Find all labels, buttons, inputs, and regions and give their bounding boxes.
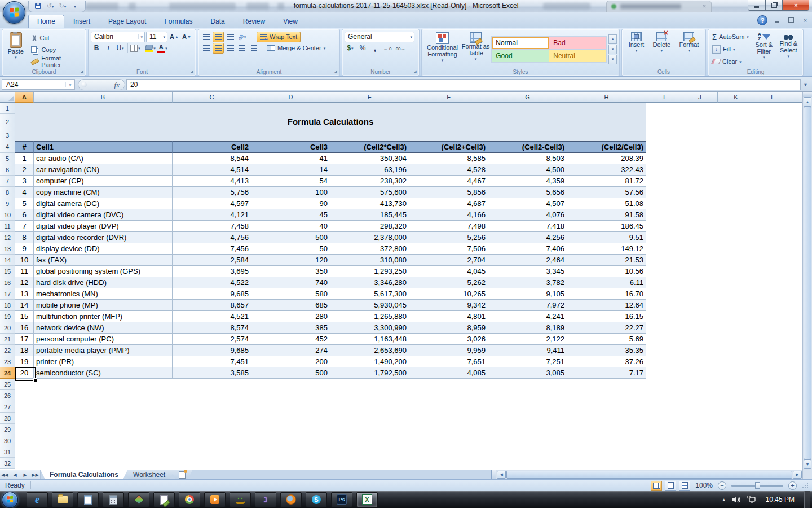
restore-button[interactable] [765, 0, 783, 11]
cell-A12[interactable]: 8 [15, 232, 34, 243]
cell-H13[interactable]: 149.12 [567, 243, 646, 255]
gallery-up-button[interactable]: ▲ [608, 34, 617, 44]
fill-button[interactable]: Fill [710, 43, 752, 55]
minimize-button[interactable] [748, 0, 765, 11]
cell-B20[interactable]: network device (NW) [34, 322, 173, 334]
cell-A24[interactable]: 20 [15, 367, 34, 379]
row-header-7[interactable]: 7 [0, 176, 15, 187]
cell-A21[interactable]: 17 [15, 334, 34, 345]
comma-style-button[interactable] [369, 43, 381, 54]
cell-A20[interactable]: 16 [15, 322, 34, 334]
name-box-dropdown-icon[interactable] [65, 82, 74, 87]
normal-view-button[interactable] [651, 481, 662, 491]
row-header-27[interactable]: 27 [0, 401, 15, 413]
cell-C16[interactable]: 4,522 [173, 277, 251, 288]
workbook-restore-button[interactable] [787, 17, 796, 24]
cell-G5[interactable]: 8,503 [488, 153, 567, 164]
column-header-I[interactable]: I [646, 92, 682, 103]
italic-button[interactable] [103, 43, 114, 54]
zoom-out-button[interactable]: − [718, 481, 726, 490]
scroll-right-icon[interactable]: ▶ [793, 471, 802, 479]
cell-C19[interactable]: 4,521 [173, 311, 251, 322]
cell-H16[interactable]: 6.11 [567, 277, 646, 288]
cell-C21[interactable]: 2,574 [173, 334, 251, 345]
taskbar-calculator[interactable] [103, 492, 124, 507]
row-header-19[interactable]: 19 [0, 311, 15, 322]
cell-H8[interactable]: 57.56 [567, 187, 646, 198]
cell-G14[interactable]: 2,464 [488, 255, 567, 266]
cell-E8[interactable]: 575,600 [330, 187, 409, 198]
cell-E21[interactable]: 1,163,448 [330, 334, 409, 345]
cell-E22[interactable]: 2,653,690 [330, 345, 409, 356]
cell-G7[interactable]: 4,359 [488, 176, 567, 187]
cell-G6[interactable]: 4,500 [488, 164, 567, 176]
cell-E14[interactable]: 310,080 [330, 255, 409, 266]
cell-D20[interactable]: 385 [251, 322, 330, 334]
zoom-in-button[interactable]: + [788, 481, 797, 490]
cell-B9[interactable]: digital camera (DC) [34, 198, 173, 209]
row-header-13[interactable]: 13 [0, 243, 15, 255]
page-break-view-button[interactable] [679, 481, 690, 491]
cell-F10[interactable]: 4,166 [409, 209, 488, 221]
find-select-button[interactable]: Find & Select [776, 31, 801, 67]
cell-F5[interactable]: 8,585 [409, 153, 488, 164]
delete-cells-button[interactable]: Delete [652, 31, 670, 67]
tray-expand-icon[interactable]: ▲ [722, 497, 726, 502]
cell-G21[interactable]: 2,122 [488, 334, 567, 345]
column-header-B[interactable]: B [34, 92, 173, 103]
taskbar-excel[interactable] [356, 492, 378, 507]
row-header-15[interactable]: 15 [0, 266, 15, 277]
row-header-14[interactable]: 14 [0, 255, 15, 266]
cell-D17[interactable]: 580 [251, 288, 330, 300]
row-header-23[interactable]: 23 [0, 356, 15, 367]
increase-decimal-button[interactable] [382, 43, 393, 54]
cell-F13[interactable]: 7,506 [409, 243, 488, 255]
cell-B11[interactable]: digital video player (DVP) [34, 221, 173, 232]
cell-F12[interactable]: 5,256 [409, 232, 488, 243]
insert-cells-button[interactable]: Insert [629, 31, 645, 67]
row-header-3[interactable]: 3 [0, 130, 15, 141]
cell-D8[interactable]: 100 [251, 187, 330, 198]
gallery-more-button[interactable]: ▼ [608, 55, 617, 64]
style-normal[interactable]: Normal [492, 37, 549, 49]
row-header-12[interactable]: 12 [0, 232, 15, 243]
cell-H18[interactable]: 12.64 [567, 300, 646, 311]
cell-G19[interactable]: 4,241 [488, 311, 567, 322]
column-header-J[interactable]: J [682, 92, 718, 103]
cell-C10[interactable]: 4,121 [173, 209, 251, 221]
cell-C8[interactable]: 5,756 [173, 187, 251, 198]
cell-C6[interactable]: 4,514 [173, 164, 251, 176]
cell-B17[interactable]: mechatronics (MN) [34, 288, 173, 300]
taskbar-firefox[interactable] [280, 492, 302, 507]
cell-F24[interactable]: 4,085 [409, 367, 488, 379]
insert-worksheet-tab[interactable] [171, 470, 192, 479]
cell-E7[interactable]: 238,302 [330, 176, 409, 187]
cell-D9[interactable]: 90 [251, 198, 330, 209]
cell-E5[interactable]: 350,304 [330, 153, 409, 164]
tab-view[interactable]: View [274, 15, 307, 28]
cell-A5[interactable]: 1 [15, 153, 34, 164]
sheet-tab-worksheet[interactable]: Worksheet [124, 470, 174, 479]
help-button[interactable]: ? [757, 15, 767, 25]
cell-E10[interactable]: 185,445 [330, 209, 409, 221]
cell-H24[interactable]: 7.17 [567, 367, 646, 379]
cell-B16[interactable]: hard disk drive (HDD) [34, 277, 173, 288]
cell-E23[interactable]: 1,490,200 [330, 356, 409, 367]
cell-C13[interactable]: 7,456 [173, 243, 251, 255]
cell-G9[interactable]: 4,507 [488, 198, 567, 209]
font-size-combo[interactable]: 11 [146, 32, 167, 42]
cell-C7[interactable]: 4,413 [173, 176, 251, 187]
cell-E15[interactable]: 1,293,250 [330, 266, 409, 277]
cell-C4[interactable]: Cell2 [173, 141, 251, 153]
cell-A8[interactable]: 4 [15, 187, 34, 198]
workbook-minimize-button[interactable] [773, 17, 782, 24]
cell-H12[interactable]: 9.51 [567, 232, 646, 243]
resize-grip-icon[interactable] [802, 482, 809, 489]
row-header-6[interactable]: 6 [0, 164, 15, 176]
row-header-2[interactable]: 2 [0, 114, 15, 130]
cell-B19[interactable]: multifunction printer (MFP) [34, 311, 173, 322]
cell-E9[interactable]: 413,730 [330, 198, 409, 209]
underline-button[interactable] [114, 43, 126, 54]
scroll-down-icon[interactable]: ▼ [804, 459, 811, 469]
cell-H17[interactable]: 16.70 [567, 288, 646, 300]
